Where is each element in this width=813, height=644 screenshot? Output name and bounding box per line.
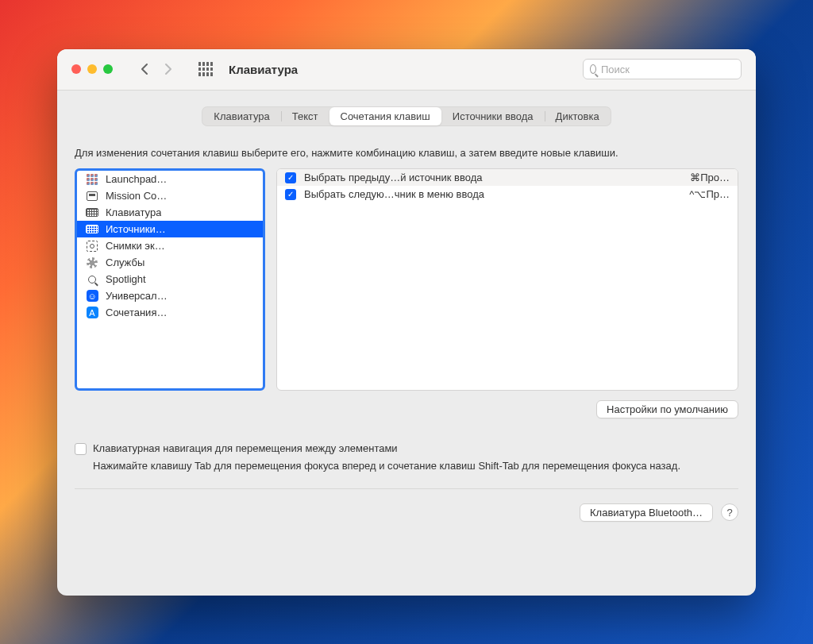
keyboard-nav-label: Клавиатурная навигация для перемещения м… [93, 442, 398, 454]
shortcut-row-prev-source[interactable]: ✓ Выбрать предыду…й источник ввода ⌘Про… [277, 169, 738, 186]
app-shortcuts-icon: A [85, 307, 99, 319]
tab-input-sources[interactable]: Источники ввода [441, 107, 545, 125]
search-input[interactable] [601, 64, 734, 75]
window-title: Клавиатура [229, 63, 298, 76]
category-screenshots[interactable]: Снимки эк… [77, 237, 263, 254]
defaults-row: Настройки по умолчанию [75, 400, 738, 418]
launchpad-icon [85, 173, 99, 186]
content-area: Клавиатура Текст Сочетания клавиш Источн… [57, 91, 756, 596]
checkbox-checked-icon[interactable]: ✓ [285, 189, 296, 200]
category-services[interactable]: Службы [77, 254, 263, 271]
category-mission-control[interactable]: Mission Co… [77, 187, 263, 204]
shortcut-label: Выбрать предыду…й источник ввода [304, 172, 682, 183]
keyboard-nav-checkbox[interactable] [75, 443, 87, 455]
category-label: Клавиатура [106, 206, 161, 218]
tab-bar: Клавиатура Текст Сочетания клавиш Источн… [202, 106, 611, 126]
mission-control-icon [85, 190, 99, 202]
panels: Launchpad… Mission Co… Клавиатура Источн… [75, 168, 738, 391]
footer: Клавиатура Bluetooth… ? [75, 488, 738, 522]
show-all-icon[interactable] [198, 62, 213, 76]
instruction-text: Для изменения сочетания клавиш выберите … [75, 145, 738, 161]
category-label: Spotlight [106, 273, 146, 285]
category-label: Launchpad… [106, 173, 167, 185]
category-launchpad[interactable]: Launchpad… [77, 171, 263, 187]
zoom-button[interactable] [103, 64, 113, 74]
titlebar: Клавиатура [57, 49, 756, 91]
category-accessibility[interactable]: ☺ Универсал… [77, 287, 263, 304]
forward-button[interactable] [159, 60, 178, 79]
category-label: Службы [106, 256, 144, 268]
shortcut-row-next-source[interactable]: ✓ Выбрать следую…чник в меню ввода ^⌥Пр… [277, 186, 738, 202]
keyboard-nav-description: Нажимайте клавишу Tab для перемещения фо… [93, 458, 738, 474]
help-button[interactable]: ? [721, 503, 738, 521]
shortcut-list[interactable]: ✓ Выбрать предыду…й источник ввода ⌘Про…… [276, 168, 738, 391]
traffic-lights [71, 64, 113, 74]
category-app-shortcuts[interactable]: A Сочетания… [77, 304, 263, 321]
category-label: Сочетания… [106, 307, 167, 318]
close-button[interactable] [71, 64, 81, 74]
category-label: Источники… [106, 223, 166, 235]
shortcut-label: Выбрать следую…чник в меню ввода [304, 188, 681, 200]
nav-buttons [135, 60, 178, 79]
screenshot-icon [85, 240, 99, 253]
tab-text[interactable]: Текст [281, 107, 329, 125]
restore-defaults-button[interactable]: Настройки по умолчанию [596, 400, 738, 418]
checkbox-checked-icon[interactable]: ✓ [285, 172, 296, 183]
category-spotlight[interactable]: Spotlight [77, 271, 263, 287]
preferences-window: Клавиатура Клавиатура Текст Сочетания кл… [57, 49, 756, 596]
category-list[interactable]: Launchpad… Mission Co… Клавиатура Источн… [75, 168, 265, 391]
category-keyboard[interactable]: Клавиатура [77, 204, 263, 221]
tabs-container: Клавиатура Текст Сочетания клавиш Источн… [75, 106, 738, 126]
spotlight-icon [85, 273, 99, 286]
shortcut-key[interactable]: ^⌥Пр… [689, 188, 730, 200]
search-icon [590, 64, 596, 74]
tab-dictation[interactable]: Диктовка [545, 107, 611, 125]
services-icon [85, 256, 99, 269]
shortcut-key[interactable]: ⌘Про… [690, 172, 730, 183]
keyboard-icon [85, 206, 99, 219]
tab-keyboard[interactable]: Клавиатура [202, 107, 280, 125]
category-label: Снимки эк… [106, 240, 165, 252]
category-label: Mission Co… [106, 190, 167, 202]
minimize-button[interactable] [87, 64, 97, 74]
category-input-sources[interactable]: Источники… [77, 221, 263, 237]
tab-shortcuts[interactable]: Сочетания клавиш [329, 107, 441, 125]
accessibility-icon: ☺ [85, 290, 99, 303]
back-button[interactable] [135, 60, 154, 79]
search-field[interactable] [583, 59, 742, 79]
keyboard-nav-row: Клавиатурная навигация для перемещения м… [75, 442, 738, 455]
bluetooth-keyboard-button[interactable]: Клавиатура Bluetooth… [580, 503, 713, 522]
category-label: Универсал… [106, 290, 168, 302]
keyboard-icon [85, 223, 99, 236]
